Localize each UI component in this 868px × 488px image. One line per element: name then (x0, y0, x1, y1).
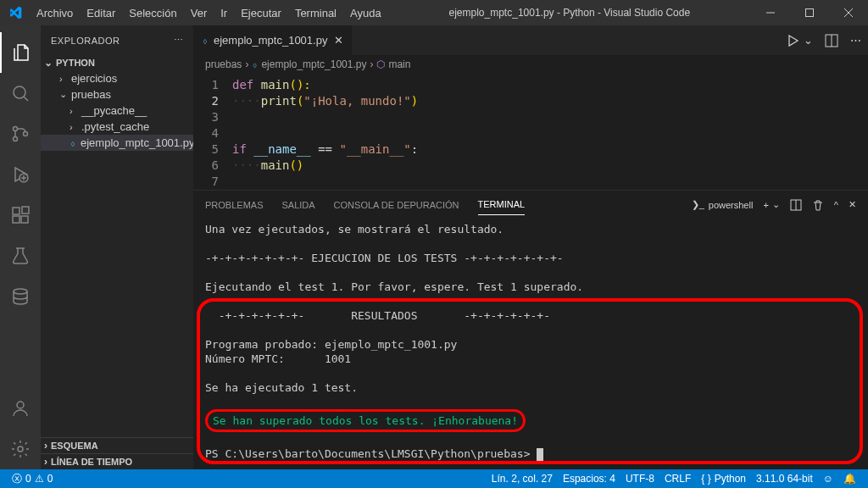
svg-rect-8 (21, 216, 28, 223)
menu-ir[interactable]: Ir (214, 7, 234, 19)
svg-point-3 (14, 137, 18, 141)
extensions-icon[interactable] (0, 195, 41, 236)
status-errors[interactable]: ⓧ0⚠0 (7, 472, 58, 486)
status-cursor[interactable]: Lín. 2, col. 27 (487, 473, 558, 485)
status-encoding[interactable]: UTF-8 (620, 473, 659, 485)
terminal-tab[interactable]: TERMINAL (478, 194, 526, 215)
menu-bar: Archivo Editar Selección Ver Ir Ejecutar… (30, 7, 388, 19)
sqlite-icon[interactable] (0, 276, 41, 317)
menu-seleccion[interactable]: Selección (122, 7, 183, 19)
source-control-icon[interactable] (0, 114, 41, 154)
run-button[interactable] (787, 34, 800, 47)
status-feedback-icon[interactable]: ☺ (818, 473, 838, 485)
menu-ayuda[interactable]: Ayuda (343, 7, 388, 19)
svg-point-12 (18, 446, 23, 452)
tab-label: ejemplo_mptc_1001.py (214, 34, 327, 47)
vscode-logo-icon (0, 6, 30, 19)
explorer-icon[interactable] (0, 32, 41, 73)
python-icon: ⬨ (252, 58, 258, 70)
file-tree: ›ejercicios ⌄pruebas ›__pycache__ ›.pyte… (41, 70, 193, 151)
menu-archivo[interactable]: Archivo (30, 7, 80, 19)
debug-console-tab[interactable]: CONSOLA DE DEPURACIÓN (334, 195, 459, 215)
warning-icon: ⚠ (35, 473, 44, 485)
panel: PROBLEMAS SALIDA CONSOLA DE DEPURACIÓN T… (193, 190, 868, 469)
svg-point-1 (14, 86, 25, 98)
tree-folder[interactable]: ›__pycache__ (41, 103, 193, 119)
account-icon[interactable] (0, 388, 41, 429)
timeline-section[interactable]: ›LÍNEA DE TIEMPO (41, 453, 193, 469)
output-tab[interactable]: SALIDA (281, 195, 314, 215)
svg-rect-0 (806, 9, 814, 17)
sidebar-header: EXPLORADOR ⋯ (41, 25, 193, 55)
close-button[interactable] (829, 0, 868, 25)
statusbar: ⓧ0⚠0 Lín. 2, col. 27 Espacios: 4 UTF-8 C… (0, 469, 868, 488)
status-bell-icon[interactable]: 🔔 (838, 473, 861, 485)
python-icon: ⬨ (202, 34, 209, 47)
terminal-profile[interactable]: ❯_powershell (692, 199, 754, 210)
svg-point-2 (14, 127, 18, 131)
symbol-icon: ⬡ (376, 58, 385, 70)
svg-rect-7 (13, 216, 19, 223)
terminal-line: Ejecutando el test 1. Por favor, espere.… (205, 280, 861, 294)
sidebar: EXPLORADOR ⋯ ⌄PYTHON ›ejercicios ⌄prueba… (41, 25, 193, 469)
menu-terminal[interactable]: Terminal (288, 7, 343, 19)
python-icon: ⬨ (70, 136, 76, 149)
minimize-button[interactable] (751, 0, 790, 25)
kill-terminal-icon[interactable] (812, 199, 824, 211)
code-editor[interactable]: 1234567 def main(): ····print("¡Hola, mu… (193, 74, 868, 190)
highlight-box (197, 298, 863, 464)
svg-rect-6 (13, 208, 19, 214)
menu-editar[interactable]: Editar (80, 7, 122, 19)
menu-ejecutar[interactable]: Ejecutar (234, 7, 288, 19)
editor-tab[interactable]: ⬨ ejemplo_mptc_1001.py ✕ (193, 25, 353, 55)
svg-point-10 (14, 289, 27, 294)
testing-icon[interactable] (0, 236, 41, 276)
breadcrumb[interactable]: pruebas› ⬨ejemplo_mptc_1001.py› ⬡main (193, 55, 868, 74)
status-interpreter[interactable]: 3.11.0 64-bit (751, 473, 818, 485)
powershell-icon: ❯_ (692, 199, 704, 210)
editor-tabs: ⬨ ejemplo_mptc_1001.py ✕ ⌄ ⋯ (193, 25, 868, 55)
error-icon: ⓧ (12, 472, 22, 486)
tree-folder[interactable]: ⌄pruebas (41, 86, 193, 103)
status-eol[interactable]: CRLF (659, 473, 696, 485)
brackets-icon: { } (701, 473, 710, 485)
status-language[interactable]: { }Python (696, 473, 751, 485)
svg-point-11 (17, 402, 24, 408)
svg-point-4 (24, 132, 28, 136)
close-panel-icon[interactable]: ✕ (849, 199, 856, 210)
editor-more-icon[interactable]: ⋯ (850, 34, 861, 47)
split-terminal-icon[interactable] (790, 199, 802, 211)
panel-tabs: PROBLEMAS SALIDA CONSOLA DE DEPURACIÓN T… (193, 191, 868, 219)
tree-file[interactable]: ⬨ejemplo_mptc_1001.py (41, 135, 193, 151)
search-icon[interactable] (0, 73, 41, 114)
run-dropdown-icon[interactable]: ⌄ (804, 34, 813, 47)
terminal-body[interactable]: Una vez ejecutados, se mostrará el resul… (193, 219, 868, 469)
more-icon[interactable]: ⋯ (174, 35, 184, 46)
maximize-button[interactable] (790, 0, 829, 25)
run-debug-icon[interactable] (0, 154, 41, 195)
editor-area: ⬨ ejemplo_mptc_1001.py ✕ ⌄ ⋯ pruebas› ⬨e… (193, 25, 868, 469)
new-terminal-icon[interactable]: + (763, 200, 768, 210)
line-numbers: 1234567 (193, 77, 232, 190)
window-title: ejemplo_mptc_1001.py - Python - Visual S… (388, 7, 751, 19)
status-spaces[interactable]: Espacios: 4 (558, 473, 620, 485)
terminal-dropdown-icon[interactable]: ⌄ (772, 199, 780, 210)
activity-bar (0, 25, 41, 469)
menu-ver[interactable]: Ver (184, 7, 214, 19)
tree-folder[interactable]: ›.pytest_cache (41, 119, 193, 135)
svg-rect-9 (22, 207, 29, 214)
close-tab-icon[interactable]: ✕ (334, 34, 343, 47)
terminal-line: -+-+-+-+-+-+-+- EJECUCION DE LOS TESTS -… (205, 251, 861, 265)
tree-folder[interactable]: ›ejercicios (41, 70, 193, 86)
sidebar-title: EXPLORADOR (51, 36, 120, 46)
root-folder[interactable]: ⌄PYTHON (41, 55, 193, 70)
outline-section[interactable]: ›ESQUEMA (41, 437, 193, 453)
titlebar: Archivo Editar Selección Ver Ir Ejecutar… (0, 0, 868, 25)
split-editor-icon[interactable] (825, 34, 838, 47)
maximize-panel-icon[interactable]: ^ (834, 200, 838, 210)
problems-tab[interactable]: PROBLEMAS (205, 195, 263, 215)
window-controls (751, 0, 868, 25)
terminal-line: Una vez ejecutados, se mostrará el resul… (205, 222, 861, 236)
settings-icon[interactable] (0, 429, 41, 469)
